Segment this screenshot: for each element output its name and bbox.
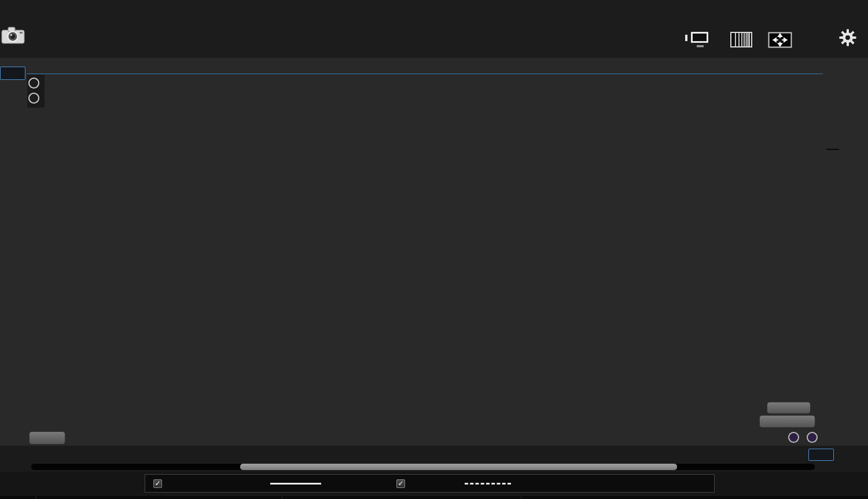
limits-icon (762, 30, 798, 50)
generate-button[interactable] (29, 431, 65, 445)
trace-checkbox[interactable] (153, 479, 162, 488)
legend (145, 474, 715, 493)
freq-axis-icon (718, 30, 764, 50)
capture-button[interactable] (0, 25, 30, 47)
rew-window (0, 0, 868, 499)
camera-icon (0, 36, 27, 46)
y-axis-max-field[interactable] (0, 67, 25, 80)
spectrogram-panel (0, 58, 868, 499)
zoom-out-icon[interactable] (28, 93, 39, 104)
spectrogram-plot[interactable] (27, 74, 823, 446)
zoom-in-icon-bottom[interactable] (807, 432, 818, 443)
color-scale (826, 149, 839, 150)
zoom-in-icon[interactable] (28, 78, 39, 89)
freq-axis-toggle[interactable] (718, 30, 764, 50)
zoom-out-icon-bottom[interactable] (788, 432, 799, 443)
bottom-strip (0, 495, 868, 499)
scrollbar-thumb[interactable] (240, 464, 677, 470)
scrollbars-icon (674, 30, 721, 50)
limits-button[interactable] (762, 30, 798, 50)
peak-energy-checkbox[interactable] (396, 479, 405, 488)
range-20-20000-button[interactable] (759, 415, 815, 428)
peak-energy-line-sample (465, 483, 511, 485)
donation-banner (0, 0, 868, 29)
trace-line-sample (270, 483, 321, 485)
controls-button[interactable] (830, 28, 866, 48)
scrollbars-toggle[interactable] (674, 30, 721, 50)
gear-icon (830, 28, 866, 47)
range-10-200-button[interactable] (767, 402, 811, 414)
x-axis-max-field[interactable] (808, 449, 834, 461)
